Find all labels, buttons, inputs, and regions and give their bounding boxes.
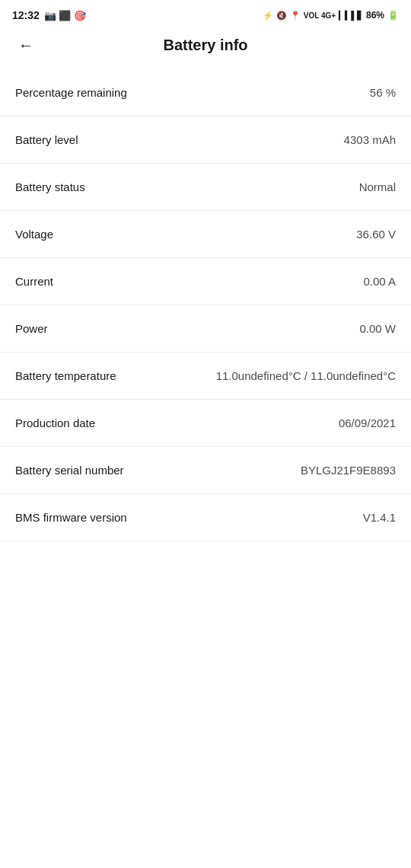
info-list: Percentage remaining56 %Battery level430… bbox=[0, 63, 411, 547]
info-value: 4303 mAh bbox=[344, 133, 396, 146]
info-item: Battery level4303 mAh bbox=[0, 116, 411, 164]
info-label: Power bbox=[15, 322, 48, 335]
status-time: 12:32 bbox=[12, 9, 40, 21]
info-label: Voltage bbox=[15, 228, 53, 241]
info-item: Voltage36.60 V bbox=[0, 211, 411, 258]
info-item: Production date06/09/2021 bbox=[0, 400, 411, 447]
info-label: Battery level bbox=[15, 133, 78, 146]
info-label: Production date bbox=[15, 416, 95, 429]
page-title: Battery info bbox=[163, 37, 247, 54]
info-value: V1.4.1 bbox=[363, 511, 396, 524]
info-label: Battery status bbox=[15, 180, 85, 193]
info-value: 36.60 V bbox=[356, 228, 396, 241]
location-icon: 📍 bbox=[290, 11, 301, 21]
info-label: Battery serial number bbox=[15, 464, 124, 477]
info-item: Battery serial numberBYLGJ21F9E8893 bbox=[0, 447, 411, 494]
info-label: Current bbox=[15, 275, 53, 288]
info-item: Current0.00 A bbox=[0, 258, 411, 305]
info-value: BYLGJ21F9E8893 bbox=[301, 464, 396, 477]
info-value: 11.0undefined°C / 11.0undefined°C bbox=[216, 369, 396, 382]
back-button[interactable]: ← bbox=[12, 34, 40, 57]
info-label: Percentage remaining bbox=[15, 86, 127, 99]
info-item: Battery temperature11.0undefined°C / 11.… bbox=[0, 353, 411, 400]
info-value: 06/09/2021 bbox=[339, 416, 396, 429]
info-value: 0.00 A bbox=[363, 275, 396, 288]
info-label: Battery temperature bbox=[15, 369, 116, 382]
status-bar: 12:32 📷 ⬛ 🎯 ⚡ 🔇 📍 VOL 4G+ ▎▍▌▋ 86% 🔋 bbox=[0, 0, 411, 27]
status-right: ⚡ 🔇 📍 VOL 4G+ ▎▍▌▋ 86% 🔋 bbox=[263, 10, 399, 21]
header: ← Battery info bbox=[0, 27, 411, 63]
info-item: BMS firmware versionV1.4.1 bbox=[0, 494, 411, 541]
network-label: VOL 4G+ bbox=[304, 11, 336, 20]
mute-icon: 🔇 bbox=[276, 11, 287, 21]
status-left: 12:32 📷 ⬛ 🎯 bbox=[12, 9, 86, 21]
info-value: 56 % bbox=[370, 86, 396, 99]
signal-bars: ▎▍▌▋ bbox=[339, 11, 363, 21]
info-item: Power0.00 W bbox=[0, 305, 411, 353]
status-icons: 📷 ⬛ 🎯 bbox=[44, 10, 86, 21]
info-value: Normal bbox=[359, 180, 396, 193]
info-value: 0.00 W bbox=[359, 322, 396, 335]
bluetooth-icon: ⚡ bbox=[263, 11, 273, 21]
battery-percent: 86% bbox=[366, 10, 384, 21]
info-item: Percentage remaining56 % bbox=[0, 69, 411, 116]
battery-icon: 🔋 bbox=[387, 10, 399, 21]
info-item: Battery statusNormal bbox=[0, 164, 411, 211]
info-label: BMS firmware version bbox=[15, 511, 127, 524]
back-icon: ← bbox=[18, 37, 33, 53]
